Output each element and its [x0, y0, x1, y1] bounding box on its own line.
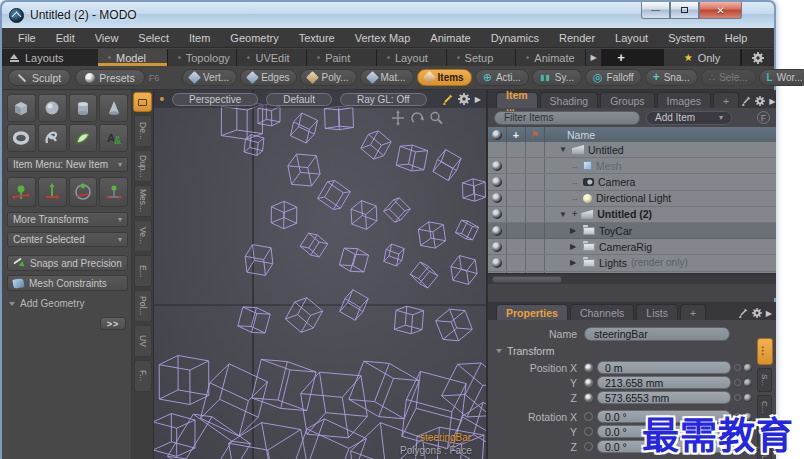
viewport-menu-dot[interactable] [160, 97, 164, 101]
sphere-primitive-button[interactable] [38, 94, 67, 122]
channel-key-icon[interactable] [734, 364, 741, 371]
menu-item[interactable]: Item [179, 30, 220, 46]
mode-button[interactable]: Edges [240, 69, 297, 86]
mode-button[interactable]: L Wor... [759, 69, 804, 86]
add-column-icon[interactable]: + [507, 127, 526, 142]
cylinder-primitive-button[interactable] [69, 94, 98, 122]
tree-expander-icon[interactable]: ▼ [559, 145, 568, 154]
vertical-tab[interactable]: UV [134, 325, 152, 357]
layout-tab[interactable]: Animate [516, 49, 586, 66]
mode-button[interactable]: Mat... [360, 69, 414, 86]
maximize-button[interactable] [670, 2, 699, 19]
transform-item-button[interactable] [38, 177, 67, 207]
channel-value-input[interactable]: 213.658 mm [597, 376, 731, 389]
panel-settings-gear-icon[interactable] [755, 96, 765, 106]
sculpt-button[interactable]: Sculpt [8, 69, 71, 86]
filter-items-input[interactable]: Filter Items [494, 111, 640, 125]
mode-button[interactable]: ∴ Sele... [701, 69, 756, 86]
close-button[interactable]: ✕ [699, 2, 742, 19]
item-name-input[interactable]: steeringBar [584, 327, 730, 341]
render-flag-column-icon[interactable]: ⚑ [526, 127, 545, 142]
tree-row[interactable]: → Mesh [488, 158, 776, 174]
viewport-header-button[interactable]: Perspective [172, 93, 258, 106]
vertical-tab[interactable]: F... [134, 360, 152, 392]
channel-toggle-icon[interactable] [584, 412, 593, 421]
layout-tab[interactable]: UVEdit [237, 49, 307, 66]
minimize-button[interactable]: — [641, 2, 670, 19]
center-selected-dropdown[interactable]: Center Selected ▾ [7, 232, 128, 247]
text-primitive-button[interactable]: A & [99, 124, 128, 152]
tree-row[interactable]: ▶ Lights (render only) [488, 255, 776, 271]
tree-row[interactable]: ▼ Untitled [488, 142, 776, 158]
viewport-settings-gear-icon[interactable] [458, 93, 470, 105]
channel-eye-icon[interactable] [744, 364, 752, 372]
panel-settings-gear-icon[interactable] [752, 308, 762, 318]
visibility-column-eye-icon[interactable] [492, 130, 502, 140]
snaps-precision-button[interactable]: Snaps and Precision [7, 255, 128, 271]
name-column-header[interactable]: Name [545, 129, 595, 141]
helix-primitive-button[interactable] [38, 124, 67, 152]
add-layout-button[interactable]: + [602, 49, 640, 66]
tree-row[interactable]: → Camera [488, 174, 776, 190]
mode-button[interactable]: Vert... [182, 69, 237, 86]
presets-button[interactable]: Presets [75, 69, 145, 86]
active-vertical-tab[interactable] [133, 92, 152, 112]
menu-item[interactable]: Vertex Map [345, 30, 421, 46]
more-transforms-dropdown[interactable]: More Transforms ▾ [7, 212, 128, 227]
tab-overflow-caret[interactable]: ▶ [586, 49, 602, 66]
expand-viewport-icon[interactable] [442, 94, 453, 105]
mode-button[interactable]: ⊕ Acti... [475, 69, 529, 86]
menu-item[interactable]: Animate [420, 30, 480, 46]
layout-tab[interactable]: Model [98, 49, 168, 66]
mode-button[interactable]: ◎ Falloff [585, 69, 642, 86]
panel-tab[interactable]: Images [657, 92, 711, 108]
channel-value-input[interactable]: 0 m [597, 361, 731, 374]
tree-expander-icon[interactable]: ▶ [570, 226, 579, 235]
layout-tab[interactable]: Setup [447, 49, 517, 66]
mesh-constraints-button[interactable]: Mesh Constraints [7, 275, 128, 291]
item-visibility-eye-icon[interactable] [492, 161, 502, 171]
item-menu-dropdown[interactable]: Item Menu: New Item ▾ [7, 157, 128, 172]
transform-section-header[interactable]: Transform [496, 345, 776, 357]
transform-scale-button[interactable] [99, 177, 128, 207]
item-visibility-eye-icon[interactable] [492, 177, 502, 187]
filter-f-badge[interactable]: F [757, 111, 770, 124]
menu-item[interactable]: Help [715, 30, 758, 46]
tree-row[interactable]: ▼ + Untitled (2) [488, 207, 776, 223]
layout-tab[interactable]: Paint [307, 49, 377, 66]
item-visibility-eye-icon[interactable] [492, 209, 502, 219]
side-vertical-tab[interactable]: S... [757, 368, 772, 392]
active-side-tab[interactable]: ... [757, 338, 773, 365]
panel-tab[interactable]: Properties [496, 304, 568, 320]
menu-item[interactable]: File [8, 30, 46, 46]
panel-tab[interactable]: + [680, 304, 706, 320]
menu-item[interactable]: System [658, 30, 715, 46]
layouts-block[interactable]: Layouts [2, 49, 98, 66]
item-visibility-eye-icon[interactable] [492, 193, 502, 203]
tree-row[interactable]: ▶ Texture Group [488, 272, 776, 274]
vertical-tab[interactable]: Ve... [134, 220, 152, 252]
menu-item[interactable]: Texture [289, 30, 345, 46]
mode-button[interactable]: ▮▮ Sy... [532, 69, 582, 86]
mode-button[interactable]: Poly... [300, 69, 356, 86]
menu-item[interactable]: View [85, 30, 129, 46]
only-toggle[interactable]: ★ Only [664, 49, 740, 66]
layout-tab[interactable]: Topology [168, 49, 238, 66]
expand-panel-icon[interactable] [738, 308, 748, 318]
tree-row[interactable]: → Directional Light [488, 191, 776, 207]
torus-primitive-button[interactable] [7, 124, 36, 152]
channel-toggle-icon[interactable] [584, 363, 593, 372]
channel-key-icon[interactable] [734, 379, 741, 386]
mode-button[interactable]: Items [417, 69, 472, 86]
tree-horizontal-scrollbar[interactable] [488, 273, 776, 284]
transform-rotate-button[interactable] [69, 177, 98, 207]
channel-value-input[interactable]: 573.6553 mm [597, 391, 731, 404]
channel-toggle-icon[interactable] [584, 427, 593, 436]
tree-expander-icon[interactable]: ▶ [570, 242, 579, 251]
vertical-tab[interactable]: Mes... [134, 185, 152, 217]
channel-eye-icon[interactable] [744, 379, 752, 387]
vertical-tab[interactable]: Dup... [134, 150, 152, 182]
item-visibility-eye-icon[interactable] [492, 226, 502, 236]
tree-row[interactable]: ▶ ToyCar [488, 223, 776, 239]
tabbar-settings[interactable] [742, 49, 774, 66]
